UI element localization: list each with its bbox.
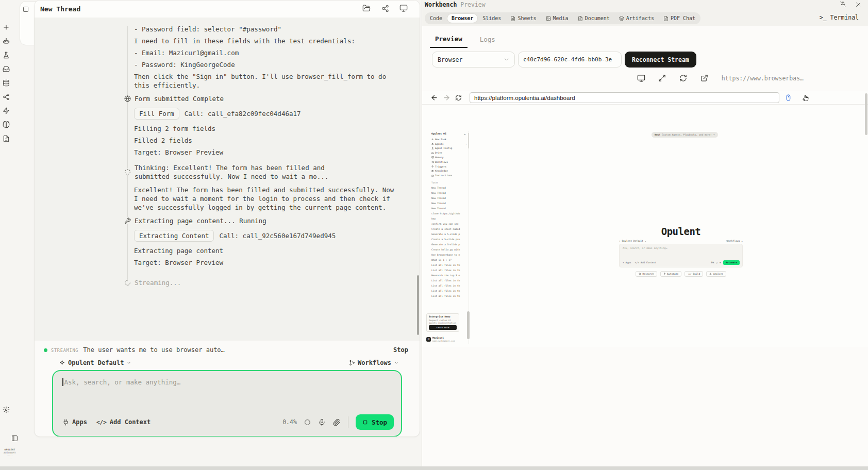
- mini-nav-new-task[interactable]: New Task: [431, 137, 469, 142]
- mini-nav-agent-config[interactable]: Agent Config: [431, 146, 469, 151]
- mini-task-item[interactable]: What is 1 + 1?: [431, 258, 465, 263]
- mini-task-item[interactable]: List all files in th: [431, 263, 465, 268]
- close-icon[interactable]: [855, 1, 863, 8]
- mini-chip-research[interactable]: Research: [636, 271, 657, 277]
- mini-learn-more-button[interactable]: Learn more: [429, 325, 457, 330]
- mini-task-item[interactable]: Use browserbase to n: [431, 253, 465, 258]
- workbench-scrollbar[interactable]: [865, 93, 867, 135]
- mini-announcement-banner[interactable]: New! Custom Agents, Playbooks, and more!…: [652, 132, 718, 138]
- mini-sidebar-collapse-icon[interactable]: ←: [464, 132, 466, 136]
- mini-task-item[interactable]: List all files in th: [431, 294, 465, 299]
- mouse-mode-icon[interactable]: [785, 94, 793, 102]
- drive-icon[interactable]: [2, 65, 10, 73]
- thread-scrollbar[interactable]: [417, 275, 419, 335]
- mini-nav-drive[interactable]: Drive: [431, 150, 469, 155]
- mini-chip-analyze[interactable]: Analyze: [706, 271, 726, 277]
- mini-nav-triggers[interactable]: Triggers: [431, 164, 469, 169]
- composer-stop-button[interactable]: Stop: [356, 414, 394, 430]
- settings-gear-icon[interactable]: [2, 406, 10, 413]
- mini-task-item[interactable]: Create a 5-slide pre: [431, 237, 465, 242]
- agent-config-icon[interactable]: [2, 52, 10, 59]
- monitor-icon[interactable]: [399, 4, 408, 13]
- url-input[interactable]: [470, 92, 779, 103]
- mini-task-item[interactable]: hey: [431, 216, 465, 222]
- reconnect-stream-button[interactable]: Reconnect Stream: [625, 52, 696, 68]
- display-icon[interactable]: [637, 74, 646, 82]
- share-icon[interactable]: [380, 4, 390, 13]
- mini-nav-memory[interactable]: Memory: [431, 155, 469, 160]
- mini-task-item[interactable]: List all files in th: [431, 278, 465, 283]
- stop-stream-button[interactable]: Stop: [393, 346, 408, 354]
- mini-task-item[interactable]: New Thread: [431, 201, 465, 206]
- forward-icon[interactable]: [443, 94, 451, 102]
- mini-model-selector[interactable]: ✦ Opulent Default ⌄: [619, 240, 646, 242]
- mini-automate-button[interactable]: Automate: [723, 260, 740, 265]
- triggers-icon[interactable]: [2, 107, 10, 114]
- workbench-tab-document[interactable]: Document: [574, 14, 614, 23]
- mini-task-item[interactable]: Create a sheet named: [431, 227, 465, 232]
- mini-task-item[interactable]: confirm you can see: [431, 222, 465, 227]
- mini-attach-icon[interactable]: ⊕: [720, 261, 721, 264]
- mini-task-item[interactable]: Create hello.py with: [431, 247, 465, 253]
- mini-task-item[interactable]: New Thread: [431, 196, 465, 201]
- mini-mic-icon[interactable]: ○: [716, 261, 717, 264]
- touch-mode-icon[interactable]: [803, 94, 811, 102]
- instructions-icon[interactable]: [2, 135, 10, 142]
- terminal-button[interactable]: >_ Terminal: [820, 14, 859, 21]
- workbench-tab-browser[interactable]: Browser: [447, 14, 477, 23]
- workflows-selector[interactable]: Workflows: [349, 359, 399, 366]
- mini-task-item[interactable]: clone https://github: [431, 211, 465, 216]
- mini-task-item[interactable]: New Thread: [431, 191, 465, 196]
- mini-apps-button[interactable]: ⚡ Apps: [623, 261, 631, 264]
- mini-nav-instructions[interactable]: Instructions: [431, 173, 469, 178]
- mini-nav-workflows[interactable]: Workflows: [431, 160, 469, 164]
- refresh-icon[interactable]: [679, 74, 688, 82]
- agents-icon[interactable]: [2, 38, 10, 45]
- workbench-tab-sheets[interactable]: Sheets: [506, 14, 540, 23]
- sidebar-toggle-icon[interactable]: [10, 434, 19, 442]
- mini-task-item[interactable]: New Thread: [431, 206, 465, 211]
- workbench-tab-artifacts[interactable]: Artifacts: [615, 14, 658, 23]
- workbench-tab-code[interactable]: Code: [426, 14, 446, 23]
- external-link-icon[interactable]: [700, 74, 709, 82]
- browser-stream-viewport[interactable]: Opulent OS New TaskAgents›Agent ConfigDr…: [422, 105, 868, 347]
- attachment-icon[interactable]: [333, 418, 341, 426]
- add-context-button[interactable]: </> Add Context: [96, 418, 151, 426]
- tool-chip[interactable]: Fill Form: [134, 108, 179, 120]
- reload-icon[interactable]: [455, 94, 463, 102]
- mini-task-item[interactable]: List all files in th: [431, 289, 465, 294]
- mini-composer[interactable]: Ask, search, or make anything… ⚡ Apps </…: [619, 244, 743, 267]
- knowledge-icon[interactable]: [2, 121, 10, 128]
- apps-button[interactable]: Apps: [62, 418, 87, 426]
- workflows-icon[interactable]: [2, 93, 10, 100]
- mini-chip-automate[interactable]: Automate: [660, 271, 682, 277]
- mini-task-item[interactable]: Generate a 5-slide p: [431, 242, 465, 247]
- mini-task-item[interactable]: List all files in th: [431, 268, 465, 273]
- memory-icon[interactable]: [2, 79, 10, 87]
- mini-task-item[interactable]: Generate a 5-slide p: [431, 232, 465, 237]
- model-selector[interactable]: Opulent Default: [59, 359, 131, 366]
- subtab-logs[interactable]: Logs: [475, 32, 500, 48]
- mini-nav-agents[interactable]: Agents›: [431, 142, 469, 146]
- session-id-input[interactable]: [518, 52, 622, 68]
- mini-scrollbar-thumb[interactable]: [467, 311, 470, 339]
- workbench-tab-pdf-chat[interactable]: PDF Chat: [659, 14, 699, 23]
- mini-chip-build[interactable]: </>Build: [685, 271, 703, 277]
- unpin-icon[interactable]: [840, 1, 847, 8]
- mini-user-row[interactable]: M Mazicur1 mazicur1@gmail.com: [426, 337, 455, 342]
- mini-task-item[interactable]: Research the top 5 e: [431, 273, 465, 278]
- mini-task-item[interactable]: List all files in th: [431, 283, 465, 289]
- target-select[interactable]: Browser: [432, 52, 515, 68]
- mini-add-context-button[interactable]: </> Add Context: [635, 261, 657, 264]
- mini-workflows-selector[interactable]: ⚡Workflows ⌄: [726, 240, 743, 242]
- mini-nav-knowledge[interactable]: Knowledge: [431, 169, 469, 174]
- tool-chip[interactable]: Extracting Content: [134, 230, 214, 242]
- mini-task-item[interactable]: New Thread: [431, 186, 465, 191]
- message-composer[interactable]: Ask, search, or make anything… Apps </> …: [52, 370, 402, 437]
- new-task-icon[interactable]: [2, 24, 10, 31]
- microphone-icon[interactable]: [318, 418, 326, 426]
- subtab-preview[interactable]: Preview: [430, 32, 468, 48]
- workbench-tab-media[interactable]: Media: [542, 14, 573, 23]
- open-folder-icon[interactable]: [362, 4, 371, 13]
- back-icon[interactable]: [430, 94, 439, 102]
